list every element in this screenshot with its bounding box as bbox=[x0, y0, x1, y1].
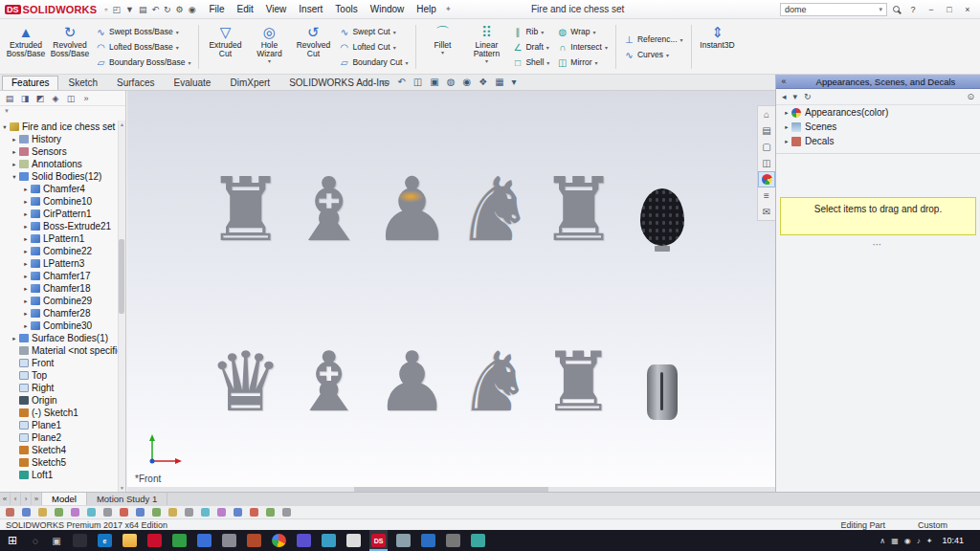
taskbar-app-icon[interactable] bbox=[195, 530, 213, 551]
expander-icon[interactable]: ▸ bbox=[21, 248, 31, 255]
menu-item[interactable]: Window bbox=[365, 3, 411, 15]
expander-icon[interactable]: ▸ bbox=[10, 335, 19, 342]
filter-icon[interactable]: ▼ bbox=[4, 108, 10, 114]
tree-item[interactable]: ▸ Boss-Extrude21 bbox=[0, 220, 118, 232]
quick-access-icon[interactable]: ↶ bbox=[151, 5, 159, 14]
taskbar-app-icon[interactable] bbox=[145, 530, 164, 551]
fillet-button[interactable]: ⌒ Fillet ▾ bbox=[420, 22, 464, 72]
collapse-icon[interactable]: « bbox=[776, 77, 791, 86]
toolbar-icon[interactable] bbox=[6, 508, 14, 517]
tray-icon[interactable]: ◉ bbox=[904, 537, 911, 545]
view-tool-icon[interactable]: ◉ bbox=[462, 77, 471, 87]
manager-tab-icon[interactable]: ◈ bbox=[50, 94, 61, 103]
manager-tab-icon[interactable]: ◫ bbox=[65, 94, 77, 103]
tree-item[interactable]: ▸ Surface Bodies(1) bbox=[0, 332, 118, 344]
task-pane-tool-icon[interactable]: ▾ bbox=[793, 92, 798, 101]
expander-icon[interactable]: ▸ bbox=[782, 109, 791, 117]
tray-icon[interactable]: ▦ bbox=[891, 537, 899, 545]
tab-scroll-button[interactable]: ‹ bbox=[11, 493, 21, 505]
tree-item[interactable]: Plane1 bbox=[0, 419, 118, 431]
taskbar-app-icon[interactable] bbox=[170, 530, 189, 551]
quick-access-icon[interactable]: ▤ bbox=[139, 5, 147, 14]
quick-access-icon[interactable]: ⚙ bbox=[176, 5, 184, 14]
chess-piece[interactable] bbox=[620, 313, 703, 420]
search-input[interactable]: dome ▾ bbox=[780, 3, 887, 16]
view-tool-icon[interactable]: ▾ bbox=[512, 77, 517, 87]
ribbon-tab[interactable]: Sketch bbox=[58, 76, 107, 90]
tray-icon[interactable]: ♪ bbox=[917, 537, 921, 545]
toolbar-icon[interactable] bbox=[71, 508, 79, 517]
revolved-boss-base-button[interactable]: ↻ Revolved Boss/Base bbox=[48, 22, 92, 72]
tree-item[interactable]: Top bbox=[0, 369, 118, 382]
expander-icon[interactable]: ▸ bbox=[21, 186, 31, 193]
ribbon-small-button[interactable]: ∿ Curves ▾ bbox=[622, 48, 685, 62]
tree-item[interactable]: ▸ Combine10 bbox=[0, 195, 118, 208]
tree-scrollbar[interactable]: ▲ ▼ bbox=[118, 121, 125, 492]
tree-item[interactable]: ▾ Solid Bodies(12) bbox=[0, 170, 118, 183]
tree-item[interactable]: ▸ Chamfer18 bbox=[0, 282, 118, 295]
tree-item[interactable]: ▸ Combine30 bbox=[0, 320, 118, 332]
pin-icon[interactable]: ⊙ bbox=[967, 92, 974, 101]
expander-icon[interactable]: ▸ bbox=[10, 161, 19, 168]
taskbar-app-icon[interactable] bbox=[245, 530, 263, 551]
tree-item[interactable]: ▾ Fire and ice chess set (Default bbox=[0, 121, 118, 133]
expander-icon[interactable]: ▸ bbox=[782, 138, 791, 145]
tree-item[interactable]: ▸ CirPattern1 bbox=[0, 208, 118, 220]
document-tab[interactable]: Motion Study 1 bbox=[87, 493, 167, 505]
tree-item[interactable]: ▸ Chamfer17 bbox=[0, 270, 118, 282]
chess-piece[interactable]: ♞ bbox=[454, 313, 537, 420]
toolbar-icon[interactable] bbox=[136, 508, 145, 517]
tree-item[interactable]: Plane2 bbox=[0, 431, 118, 444]
view-tool-icon[interactable]: ◌ bbox=[368, 77, 373, 87]
manager-tab-icon[interactable]: ◩ bbox=[34, 94, 46, 103]
toolbar-icon[interactable] bbox=[55, 508, 63, 517]
ribbon-small-button[interactable]: □ Shell ▾ bbox=[510, 55, 551, 70]
tree-item[interactable]: ▸ Sensors bbox=[0, 145, 118, 158]
tree-item[interactable]: Right bbox=[0, 382, 118, 394]
taskbar-app-icon[interactable] bbox=[419, 530, 437, 551]
document-tab[interactable]: Model bbox=[42, 493, 87, 505]
appearances-tree-item[interactable]: ▸ Scenes bbox=[776, 120, 980, 134]
chess-piece[interactable]: ♜ bbox=[204, 141, 287, 252]
ribbon-tab[interactable]: Surfaces bbox=[107, 76, 164, 90]
window-control-button[interactable]: □ bbox=[942, 5, 957, 14]
expander-icon[interactable]: ▸ bbox=[21, 210, 31, 218]
quick-access-icon[interactable]: ◰ bbox=[113, 5, 122, 14]
scroll-down-icon[interactable]: ▼ bbox=[120, 485, 124, 491]
scrollbar-thumb[interactable] bbox=[119, 239, 124, 314]
ribbon-tab[interactable]: Features bbox=[2, 76, 58, 90]
expander-icon[interactable]: ▸ bbox=[10, 148, 19, 156]
menu-item[interactable]: View bbox=[260, 3, 293, 15]
tree-item[interactable]: ▸ Annotations bbox=[0, 158, 118, 170]
menu-item[interactable]: Edit bbox=[232, 3, 259, 15]
toolbar-icon[interactable] bbox=[152, 508, 161, 517]
taskbar-clock[interactable]: 10:41 bbox=[942, 536, 964, 545]
search-dropdown-icon[interactable]: ▾ bbox=[879, 6, 882, 13]
task-pane-tool-icon[interactable]: ◂ bbox=[782, 92, 787, 101]
taskbar-app-icon[interactable] bbox=[444, 530, 462, 551]
toolbar-icon[interactable] bbox=[234, 508, 242, 517]
menu-item[interactable]: Tools bbox=[329, 3, 363, 15]
taskbar-app-icon[interactable]: e bbox=[96, 530, 114, 551]
ribbon-small-button[interactable]: ▱ Boundary Cut ▾ bbox=[337, 55, 410, 70]
manager-tab-icon[interactable]: ◨ bbox=[19, 94, 31, 103]
chess-piece[interactable]: ♜ bbox=[537, 313, 620, 420]
tree-item[interactable]: Loft1 bbox=[0, 469, 118, 481]
expander-icon[interactable]: ▸ bbox=[21, 223, 31, 231]
extruded-cut-button[interactable]: ▽ Extruded Cut bbox=[203, 22, 247, 72]
toolbar-icon[interactable] bbox=[38, 508, 47, 517]
task-pane-tab-icon[interactable] bbox=[758, 171, 775, 187]
tree-item[interactable]: Material <not specified> bbox=[0, 344, 118, 357]
quick-access-icon[interactable]: ↻ bbox=[164, 5, 171, 14]
expander-icon[interactable]: ▸ bbox=[10, 136, 19, 143]
task-pane-tool-icon[interactable]: ↻ bbox=[804, 92, 812, 101]
task-pane-tab-icon[interactable]: ⌂ bbox=[758, 106, 775, 122]
toolbar-icon[interactable] bbox=[168, 508, 177, 517]
taskbar-app-icon[interactable] bbox=[345, 530, 363, 551]
view-tool-icon[interactable]: ↶ bbox=[397, 77, 405, 87]
toolbar-icon[interactable] bbox=[282, 508, 291, 517]
taskbar-app-icon[interactable] bbox=[469, 530, 487, 551]
ribbon-tab[interactable]: Evaluate bbox=[165, 76, 221, 90]
quick-access-icon[interactable]: ▫ bbox=[104, 5, 107, 14]
quick-access-icon[interactable]: ◉ bbox=[189, 5, 196, 14]
